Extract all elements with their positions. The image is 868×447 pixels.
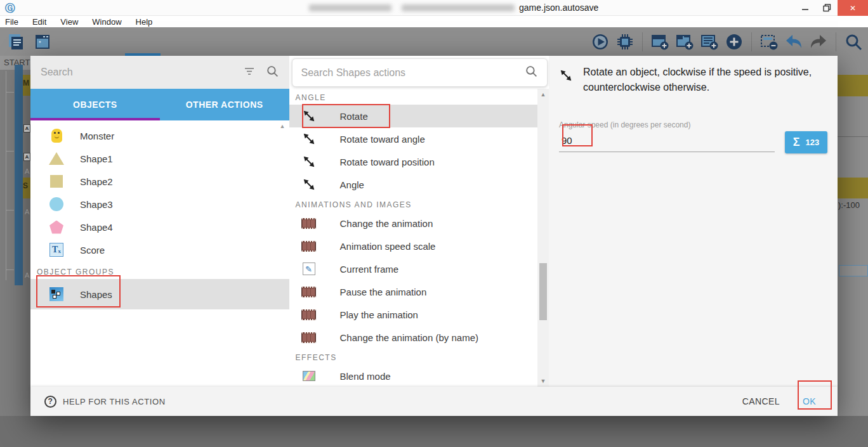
- menu-window[interactable]: Window: [85, 17, 128, 27]
- square-icon: [48, 175, 65, 188]
- toolbar-redo-icon[interactable]: [809, 32, 828, 51]
- toolbar-add-circle-icon[interactable]: [725, 32, 744, 51]
- film-icon: [301, 309, 317, 320]
- close-button[interactable]: ✕: [838, 0, 868, 16]
- toolbar-separator: [836, 32, 836, 51]
- cancel-button[interactable]: CANCEL: [742, 396, 780, 406]
- action-item-change-the-animation-by-name[interactable]: Change the animation (by name): [289, 326, 537, 349]
- action-item-rotate-toward-angle[interactable]: Rotate toward angle: [289, 127, 537, 150]
- action-item-blend-mode[interactable]: Blend mode: [289, 365, 537, 387]
- toolbar-add-subevent-icon[interactable]: [675, 32, 694, 51]
- event-condition-bar: [15, 65, 23, 285]
- object-search-bar: [30, 56, 289, 89]
- action-item-change-the-animation[interactable]: Change the animation: [289, 212, 537, 235]
- item-label: Shape2: [80, 176, 113, 187]
- minimize-button[interactable]: [794, 0, 816, 16]
- toolbar-add-comment-icon[interactable]: [700, 32, 719, 51]
- help-label: HELP FOR THIS ACTION: [63, 397, 166, 406]
- rotate-icon: [301, 178, 317, 191]
- tab-other-actions[interactable]: OTHER ACTIONS: [160, 89, 289, 120]
- object-item-shape3[interactable]: Shape3: [30, 193, 289, 216]
- objects-list: Monster Shape1 Shape2 Shape3 Shape4 Tx S…: [30, 120, 289, 387]
- event-header-fragment: S: [23, 178, 30, 198]
- redacted-title-segment: [402, 4, 515, 11]
- object-tabs: OBJECTS OTHER ACTIONS: [30, 89, 289, 120]
- menu-file[interactable]: File: [0, 17, 25, 27]
- gdevelop-logo-icon: Ⓖ: [5, 2, 15, 15]
- action-item-play-the-animation[interactable]: Play the animation: [289, 303, 537, 326]
- toolbar-delete-event-icon[interactable]: [760, 32, 779, 51]
- toolbar-play-icon[interactable]: [591, 32, 610, 51]
- action-parameters-panel: Rotate an object, clockwise if the speed…: [549, 56, 838, 387]
- project-manager-icon[interactable]: [6, 32, 25, 51]
- item-label: Current frame: [340, 264, 399, 275]
- gdevelop-window: { "window": { "title_suffix": "game.json…: [0, 0, 868, 447]
- numbers-label: 123: [806, 138, 820, 147]
- restore-button[interactable]: [816, 0, 838, 16]
- menu-edit[interactable]: Edit: [25, 17, 53, 27]
- actions-scrollbar[interactable]: ▲ ▼: [537, 89, 549, 387]
- item-label: Animation speed scale: [340, 241, 436, 252]
- section-header-animations-and-images: ANIMATIONS AND IMAGES: [289, 196, 537, 212]
- object-item-shape4[interactable]: Shape4: [30, 216, 289, 238]
- edit-action-dialog: OBJECTS OTHER ACTIONS Monster Shape1 Sha…: [30, 56, 838, 416]
- toolbar-undo-icon[interactable]: [784, 32, 803, 51]
- scroll-down-arrow[interactable]: ▼: [537, 378, 549, 384]
- action-selector-panel: ANGLE Rotate Rotate toward angle Rotate …: [289, 56, 549, 387]
- angular-speed-input[interactable]: [559, 131, 775, 152]
- help-link[interactable]: ? HELP FOR THIS ACTION: [44, 396, 166, 408]
- redacted-title-segment: [309, 4, 391, 11]
- item-label: Monster: [80, 131, 114, 141]
- section-header-effects: EFFECTS: [289, 349, 537, 365]
- object-item-score[interactable]: Tx Score: [30, 238, 289, 261]
- object-item-shape1[interactable]: Shape1: [30, 147, 289, 170]
- group-item-shapes[interactable]: Shapes: [30, 279, 289, 309]
- action-item-angle[interactable]: Angle: [289, 173, 537, 196]
- rotate-icon: [301, 132, 317, 146]
- action-item-rotate-toward-position[interactable]: Rotate toward position: [289, 150, 537, 173]
- menu-view[interactable]: View: [53, 17, 85, 27]
- film-icon: [301, 332, 317, 343]
- item-label: Rotate toward angle: [340, 134, 425, 145]
- item-label: Change the animation: [340, 218, 433, 229]
- item-label: Change the animation (by name): [340, 332, 478, 343]
- events-sheet-right-fragment: ):-100: [838, 56, 868, 416]
- search-icon[interactable]: [525, 65, 538, 81]
- action-item-rotate[interactable]: Rotate: [289, 105, 537, 127]
- toolbar-debug-icon[interactable]: [615, 32, 635, 51]
- item-label: Shapes: [80, 289, 112, 300]
- search-icon[interactable]: [266, 65, 279, 81]
- action-item-current-frame[interactable]: ✎ Current frame: [289, 257, 537, 280]
- help-icon: ?: [44, 396, 56, 408]
- monster-icon: [48, 129, 65, 143]
- scrollbar-thumb[interactable]: [539, 263, 547, 320]
- menu-help[interactable]: Help: [129, 17, 160, 27]
- film-icon: [301, 241, 317, 252]
- object-item-monster[interactable]: Monster: [30, 124, 289, 147]
- scroll-up-arrow[interactable]: ▲: [537, 91, 549, 98]
- parameter-label: Angular speed (in degrees per second): [559, 120, 827, 129]
- ok-button[interactable]: OK: [803, 396, 816, 406]
- item-label: Blend mode: [340, 371, 391, 382]
- filter-icon[interactable]: [243, 65, 256, 80]
- window-title: game.json.autosave: [519, 3, 598, 13]
- scroll-up-arrow[interactable]: ▲: [280, 123, 286, 129]
- action-item-animation-speed-scale[interactable]: Animation speed scale: [289, 235, 537, 257]
- expression-editor-button[interactable]: Σ 123: [785, 131, 827, 153]
- object-search-input[interactable]: [41, 67, 233, 78]
- tab-objects[interactable]: OBJECTS: [30, 89, 160, 120]
- toolbar-search-icon[interactable]: [844, 32, 863, 51]
- group-icon: [48, 287, 65, 301]
- action-search-input[interactable]: [301, 67, 525, 79]
- action-item-pause-the-animation[interactable]: Pause the animation: [289, 280, 537, 303]
- film-icon: [301, 287, 317, 297]
- scene-editor-icon[interactable]: [33, 32, 52, 51]
- events-sheet-left-fragment: START M S A A A A A: [0, 56, 30, 416]
- item-label: Shape3: [80, 199, 113, 210]
- toolbar-add-event-icon[interactable]: [650, 32, 669, 51]
- item-label: Play the animation: [340, 309, 418, 320]
- object-item-shape2[interactable]: Shape2: [30, 170, 289, 193]
- toolbar-right-group: [591, 32, 863, 51]
- object-selector-panel: OBJECTS OTHER ACTIONS Monster Shape1 Sha…: [30, 56, 289, 387]
- expression-fragment: ):-100: [838, 200, 860, 210]
